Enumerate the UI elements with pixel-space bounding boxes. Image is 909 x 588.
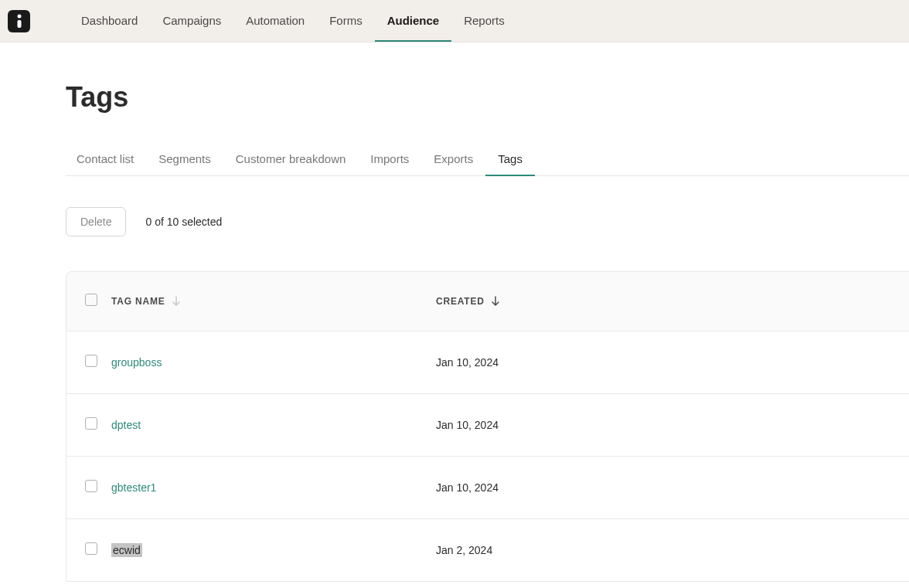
tag-name-link[interactable]: dptest: [111, 419, 141, 431]
tag-name-link[interactable]: groupboss: [111, 356, 162, 369]
row-checkbox-col: [85, 480, 111, 495]
header-created-col[interactable]: CREATED: [436, 296, 890, 307]
svg-point-0: [17, 15, 21, 19]
row-name-col: ecwid: [111, 543, 436, 557]
sub-tabs: Contact listSegmentsCustomer breakdownIm…: [66, 152, 909, 176]
nav-item-dashboard[interactable]: Dashboard: [69, 0, 150, 42]
row-name-col: gbtester1: [111, 481, 436, 494]
arrow-down-icon: [491, 296, 500, 307]
logo[interactable]: [8, 10, 30, 32]
table-row: gbtester1Jan 10, 2024: [66, 457, 909, 519]
row-created-col: Jan 10, 2024: [436, 356, 890, 369]
created-date: Jan 10, 2024: [436, 481, 499, 494]
row-checkbox-col: [85, 355, 111, 370]
sub-tab-segments[interactable]: Segments: [146, 152, 223, 176]
page-title: Tags: [66, 81, 909, 114]
nav-item-audience[interactable]: Audience: [375, 0, 452, 42]
row-checkbox[interactable]: [85, 417, 97, 430]
sub-tab-exports[interactable]: Exports: [421, 152, 485, 176]
row-checkbox[interactable]: [85, 355, 97, 367]
table-row: groupbossJan 10, 2024: [66, 331, 909, 394]
svg-rect-1: [17, 20, 21, 28]
header-checkbox-col: [85, 294, 111, 309]
row-checkbox[interactable]: [85, 480, 97, 492]
sub-tab-tags[interactable]: Tags: [485, 152, 535, 176]
sub-tab-imports[interactable]: Imports: [358, 152, 421, 176]
table-header: TAG NAME CREATED: [66, 272, 909, 331]
row-checkbox-col: [85, 542, 111, 558]
tag-name-link[interactable]: gbtester1: [111, 481, 156, 494]
row-created-col: Jan 10, 2024: [436, 481, 890, 494]
sub-tab-customer-breakdown[interactable]: Customer breakdown: [223, 152, 359, 176]
created-date: Jan 10, 2024: [436, 419, 499, 431]
action-bar: Delete 0 of 10 selected: [66, 207, 909, 236]
table-row: dptestJan 10, 2024: [66, 394, 909, 457]
row-checkbox[interactable]: [85, 542, 97, 555]
nav-item-campaigns[interactable]: Campaigns: [150, 0, 233, 42]
selection-count: 0 of 10 selected: [145, 216, 222, 228]
created-date: Jan 10, 2024: [436, 356, 499, 369]
row-name-col: groupboss: [111, 356, 436, 369]
tag-name-link[interactable]: ecwid: [111, 543, 142, 557]
nav-item-forms[interactable]: Forms: [317, 0, 375, 42]
sub-tab-contact-list[interactable]: Contact list: [66, 152, 146, 176]
top-nav: DashboardCampaignsAutomationFormsAudienc…: [0, 0, 909, 42]
row-checkbox-col: [85, 417, 111, 433]
nav-item-automation[interactable]: Automation: [233, 0, 317, 42]
table-row: ecwidJan 2, 2024: [66, 519, 909, 581]
content: Tags Contact listSegmentsCustomer breakd…: [0, 42, 909, 582]
row-created-col: Jan 2, 2024: [436, 544, 890, 556]
header-name-col[interactable]: TAG NAME: [111, 296, 436, 307]
created-date: Jan 2, 2024: [436, 544, 492, 556]
delete-button[interactable]: Delete: [66, 207, 126, 236]
row-name-col: dptest: [111, 419, 436, 431]
header-name-label: TAG NAME: [111, 296, 165, 307]
table-body: groupbossJan 10, 2024dptestJan 10, 2024g…: [66, 331, 909, 581]
arrow-down-icon: [172, 296, 181, 307]
nav-item-reports[interactable]: Reports: [451, 0, 517, 42]
logo-icon: [14, 14, 25, 28]
select-all-checkbox[interactable]: [85, 294, 97, 306]
tags-table: TAG NAME CREATED groupbossJan 10, 2024dp…: [66, 271, 909, 582]
header-created-label: CREATED: [436, 296, 485, 307]
nav-items: DashboardCampaignsAutomationFormsAudienc…: [69, 0, 517, 42]
row-created-col: Jan 10, 2024: [436, 419, 890, 431]
